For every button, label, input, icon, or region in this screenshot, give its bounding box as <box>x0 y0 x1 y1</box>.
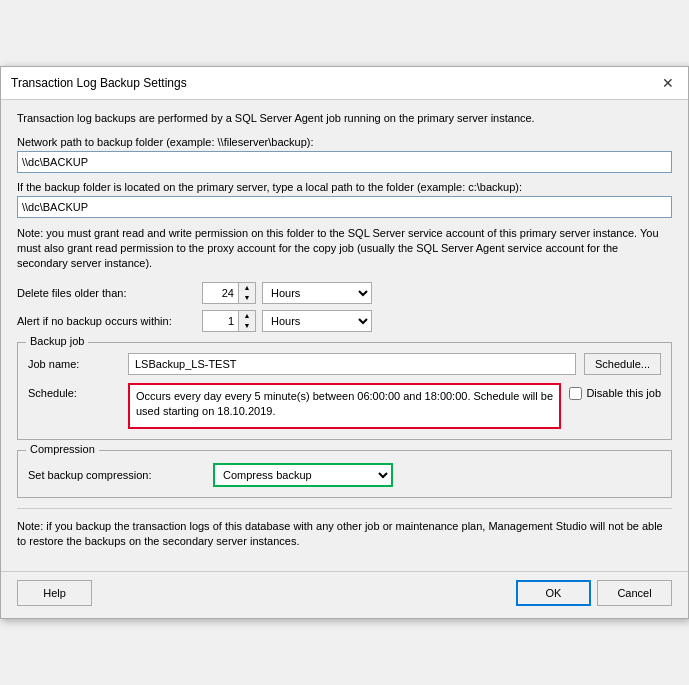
job-name-label: Job name: <box>28 358 128 370</box>
delete-files-row: Delete files older than: ▲ ▼ Hours Days … <box>17 282 672 304</box>
network-path-label: Network path to backup folder (example: … <box>17 136 672 148</box>
permission-note: Note: you must grant read and write perm… <box>17 226 672 272</box>
delete-files-label: Delete files older than: <box>17 287 202 299</box>
schedule-text: Occurs every day every 5 minute(s) betwe… <box>128 383 561 429</box>
alert-unit-select[interactable]: Hours Days Weeks <box>262 310 372 332</box>
title-bar: Transaction Log Backup Settings ✕ <box>1 67 688 100</box>
dialog-window: Transaction Log Backup Settings ✕ Transa… <box>0 66 689 620</box>
compression-section: Compression Set backup compression: Use … <box>17 450 672 498</box>
delete-files-input[interactable] <box>203 283 239 303</box>
alert-input[interactable] <box>203 311 239 331</box>
disable-job-wrap: Disable this job <box>569 383 661 400</box>
disable-job-label: Disable this job <box>586 387 661 399</box>
schedule-button[interactable]: Schedule... <box>584 353 661 375</box>
network-path-group: Network path to backup folder (example: … <box>17 136 672 173</box>
compression-label: Set backup compression: <box>28 469 213 481</box>
job-name-row: Job name: Schedule... <box>28 353 661 375</box>
job-name-input[interactable] <box>128 353 576 375</box>
help-button[interactable]: Help <box>17 580 92 606</box>
button-row: Help OK Cancel <box>1 571 688 618</box>
alert-row: Alert if no backup occurs within: ▲ ▼ Ho… <box>17 310 672 332</box>
delete-files-down-arrow[interactable]: ▼ <box>239 293 255 303</box>
cancel-button[interactable]: Cancel <box>597 580 672 606</box>
delete-files-unit-select[interactable]: Hours Days Weeks <box>262 282 372 304</box>
delete-files-up-arrow[interactable]: ▲ <box>239 283 255 293</box>
local-path-group: If the backup folder is located on the p… <box>17 181 672 218</box>
compression-row: Set backup compression: Use the default … <box>28 463 661 487</box>
backup-job-section: Backup job Job name: Schedule... Schedul… <box>17 342 672 440</box>
description-text: Transaction log backups are performed by… <box>17 112 672 124</box>
schedule-label: Schedule: <box>28 383 128 399</box>
network-path-input[interactable] <box>17 151 672 173</box>
disable-job-checkbox[interactable] <box>569 387 582 400</box>
schedule-row: Schedule: Occurs every day every 5 minut… <box>28 383 661 429</box>
alert-down-arrow[interactable]: ▼ <box>239 321 255 331</box>
local-path-input[interactable] <box>17 196 672 218</box>
delete-files-arrows: ▲ ▼ <box>239 283 255 303</box>
footer-note: Note: if you backup the transaction logs… <box>17 508 672 550</box>
alert-spinner: ▲ ▼ <box>202 310 256 332</box>
alert-up-arrow[interactable]: ▲ <box>239 311 255 321</box>
alert-arrows: ▲ ▼ <box>239 311 255 331</box>
compression-select[interactable]: Use the default server setting Compress … <box>213 463 393 487</box>
dialog-content: Transaction log backups are performed by… <box>1 100 688 572</box>
backup-job-title: Backup job <box>26 335 88 347</box>
delete-files-spinner: ▲ ▼ <box>202 282 256 304</box>
ok-cancel-group: OK Cancel <box>516 580 672 606</box>
local-path-label: If the backup folder is located on the p… <box>17 181 672 193</box>
alert-label: Alert if no backup occurs within: <box>17 315 202 327</box>
compression-title: Compression <box>26 443 99 455</box>
close-button[interactable]: ✕ <box>658 73 678 93</box>
ok-button[interactable]: OK <box>516 580 591 606</box>
window-title: Transaction Log Backup Settings <box>11 76 187 90</box>
